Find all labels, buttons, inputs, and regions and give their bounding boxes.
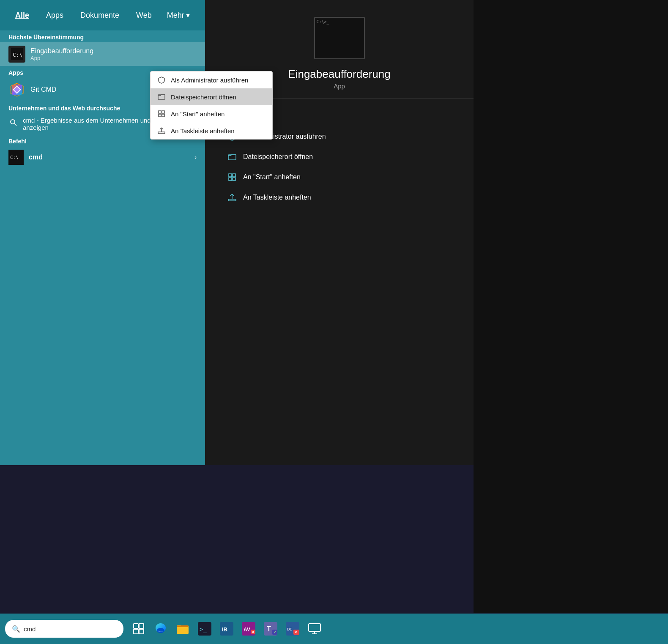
ctx-pin-start[interactable]: An "Start" anheften <box>151 105 272 122</box>
svg-rect-28 <box>233 174 235 177</box>
taskbar-ib[interactable]: IB <box>216 619 237 639</box>
pin-start-icon <box>157 110 166 118</box>
cmd-icon: C:\ <box>8 150 24 165</box>
svg-text:X: X <box>252 630 255 634</box>
taskbar-search[interactable]: 🔍 cmd <box>5 620 123 638</box>
pin-taskbar-right-icon <box>227 192 237 203</box>
svg-text:✓: ✓ <box>274 630 277 634</box>
svg-text:C:\: C:\ <box>13 52 22 58</box>
svg-rect-17 <box>162 111 164 113</box>
best-match-item[interactable]: C:\ Eingabeaufforderung App <box>0 42 205 66</box>
taskbar-search-icon: 🔍 <box>12 625 20 633</box>
tab-web[interactable]: Web <box>129 8 159 23</box>
pin-taskbar-icon <box>157 126 166 135</box>
search-panel: Alle Apps Dokumente Web Mehr ▾ M ··· ✕ H… <box>0 0 474 465</box>
svg-rect-29 <box>229 178 232 181</box>
svg-rect-27 <box>229 174 232 177</box>
cmd-item[interactable]: C:\ cmd › <box>0 146 205 168</box>
app-preview-icon: C:\>_ <box>314 17 365 59</box>
svg-text:DE: DE <box>287 627 293 631</box>
svg-text:AV: AV <box>244 627 250 633</box>
svg-rect-59 <box>309 624 320 631</box>
svg-rect-42 <box>177 627 189 634</box>
svg-rect-18 <box>159 114 161 117</box>
taskbar-language[interactable]: DE ✕ <box>282 619 303 639</box>
app-preview-name: Eingabeaufforderung <box>288 68 390 81</box>
search-small-icon <box>8 118 19 128</box>
taskbar-monitor[interactable] <box>304 619 325 639</box>
tab-dokumente[interactable]: Dokumente <box>74 8 126 23</box>
svg-rect-38 <box>139 629 144 634</box>
svg-text:C:\: C:\ <box>10 155 19 160</box>
tab-alle[interactable]: Alle <box>8 8 36 23</box>
cmd-preview-text: C:\>_ <box>317 19 329 24</box>
right-action-pin-taskbar[interactable]: An Taskleiste anheften <box>222 188 457 207</box>
tab-mehr[interactable]: Mehr ▾ <box>162 7 195 23</box>
tab-apps[interactable]: Apps <box>39 8 70 23</box>
content-area: Höchste Übereinstimmung C:\ Eingabeauffo… <box>0 30 474 465</box>
svg-rect-36 <box>139 624 144 628</box>
right-action-open-location[interactable]: Dateispeicherort öffnen <box>222 148 457 166</box>
git-icon <box>8 81 25 98</box>
ctx-pin-taskbar[interactable]: An Taskleiste anheften <box>151 122 272 139</box>
taskbar-task-view[interactable] <box>129 619 149 639</box>
right-action-pin-start[interactable]: An "Start" anheften <box>222 168 457 186</box>
taskbar-av[interactable]: AV X <box>238 619 259 639</box>
shield-icon <box>157 76 166 84</box>
background-dark <box>474 0 668 613</box>
svg-rect-37 <box>134 629 138 634</box>
taskbar-terminal[interactable]: >_ <box>194 619 215 639</box>
cmd-label: cmd <box>29 153 43 161</box>
cmd-chevron: › <box>194 153 197 161</box>
svg-rect-19 <box>162 114 164 117</box>
cmd-app-icon: C:\ <box>8 46 25 63</box>
app-preview-type: App <box>334 82 345 90</box>
svg-point-11 <box>11 120 15 124</box>
best-match-label: Höchste Übereinstimmung <box>0 30 205 42</box>
left-panel: Höchste Übereinstimmung C:\ Eingabeauffo… <box>0 30 205 465</box>
svg-text:✕: ✕ <box>294 630 297 634</box>
taskbar-edge[interactable] <box>151 619 171 639</box>
taskbar-teams[interactable]: T ✓ <box>260 619 281 639</box>
folder-open-icon <box>157 93 166 101</box>
svg-rect-35 <box>134 624 138 628</box>
ctx-open-location[interactable]: Dateispeicherort öffnen <box>151 88 272 105</box>
svg-line-12 <box>14 123 16 126</box>
context-menu-left: Als Administrator ausführen Dateispeiche… <box>150 71 273 140</box>
svg-rect-30 <box>233 178 235 181</box>
ctx-run-admin[interactable]: Als Administrator ausführen <box>151 71 272 88</box>
taskbar-search-value: cmd <box>24 625 36 633</box>
pin-start-right-icon <box>227 172 237 182</box>
svg-text:>_: >_ <box>200 626 207 633</box>
svg-rect-20 <box>158 132 165 134</box>
taskbar-folder[interactable] <box>172 619 193 639</box>
svg-rect-16 <box>159 111 161 113</box>
best-match-text: Eingabeaufforderung App <box>30 47 93 61</box>
svg-rect-31 <box>228 199 236 201</box>
taskbar: 🔍 cmd <box>0 614 668 644</box>
folder-right-icon <box>227 152 237 162</box>
svg-text:IB: IB <box>222 626 227 633</box>
git-cmd-text: Git CMD <box>30 86 56 93</box>
svg-text:T: T <box>267 625 271 633</box>
right-panel: C:\>_ Eingabeaufforderung App Öffnen <box>205 0 474 465</box>
